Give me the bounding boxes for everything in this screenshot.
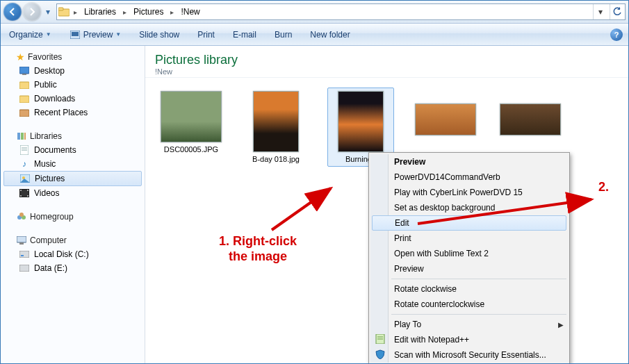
ctx-item-label: Preview bbox=[394, 157, 425, 167]
sidebar-item-documents[interactable]: Documents bbox=[3, 143, 145, 157]
chevron-right-icon[interactable]: ▸ bbox=[72, 8, 79, 16]
email-button[interactable]: E-mail bbox=[230, 28, 259, 41]
organize-button[interactable]: Organize▼ bbox=[6, 28, 54, 41]
libraries-group: Libraries Documents ♪Music Pictures Vide… bbox=[3, 129, 145, 200]
computer-header[interactable]: Computer bbox=[3, 233, 145, 247]
file-item[interactable] bbox=[412, 100, 479, 139]
ctx-rotate-ccw[interactable]: Rotate counterclockwise bbox=[370, 297, 568, 312]
folder-icon bbox=[58, 6, 70, 17]
libraries-header[interactable]: Libraries bbox=[3, 129, 145, 143]
nav-buttons: ▾ bbox=[3, 3, 54, 21]
ctx-edit[interactable]: Edit bbox=[372, 215, 566, 231]
ctx-open-sublime[interactable]: Open with Sublime Text 2 bbox=[370, 246, 568, 261]
print-label: Print bbox=[197, 30, 215, 40]
thumbnail-image bbox=[161, 91, 222, 142]
ctx-item-label: PowerDVD14CommandVerb bbox=[394, 172, 500, 182]
svg-rect-19 bbox=[20, 195, 22, 197]
folder-icon bbox=[19, 79, 30, 90]
svg-rect-4 bbox=[19, 67, 29, 74]
ctx-item-label: Play with CyberLink PowerDVD 15 bbox=[394, 188, 523, 197]
ctx-powerdvd14[interactable]: PowerDVD14CommandVerb bbox=[370, 169, 568, 185]
videos-icon bbox=[19, 188, 30, 199]
svg-rect-20 bbox=[27, 190, 28, 191]
sidebar-item-downloads[interactable]: Downloads bbox=[3, 92, 145, 106]
breadcrumb-new[interactable]: !New bbox=[178, 4, 202, 19]
nav-history-dropdown[interactable]: ▾ bbox=[42, 5, 54, 19]
libraries-label: Libraries bbox=[30, 131, 62, 141]
sidebar-item-recent[interactable]: Recent Places bbox=[3, 106, 145, 119]
file-item[interactable]: B-day 018.jpg bbox=[243, 88, 309, 167]
svg-rect-21 bbox=[27, 195, 28, 197]
ctx-item-label: Play To bbox=[394, 320, 421, 329]
navigation-pane: ★Favorites Desktop Public Downloads Rece… bbox=[1, 46, 145, 363]
documents-icon bbox=[19, 144, 30, 156]
favorites-group: ★Favorites Desktop Public Downloads Rece… bbox=[3, 50, 145, 119]
star-icon: ★ bbox=[16, 51, 25, 63]
command-bar: Organize▼ Preview▼ Slide show Print E-ma… bbox=[1, 24, 628, 46]
computer-group: Computer Local Disk (C:) Data (E:) bbox=[3, 233, 145, 275]
slideshow-button[interactable]: Slide show bbox=[136, 28, 182, 41]
ctx-preview[interactable]: Preview bbox=[370, 154, 568, 169]
breadcrumb-libraries[interactable]: Libraries bbox=[81, 4, 119, 19]
thumbnail-image bbox=[500, 104, 561, 135]
address-bar-row: ▾ ▸ Libraries ▸ Pictures ▸ !New ▾ bbox=[1, 1, 628, 24]
sidebar-item-public[interactable]: Public bbox=[3, 78, 145, 92]
ctx-item-label: Rotate clockwise bbox=[394, 284, 457, 294]
sidebar-item-pictures[interactable]: Pictures bbox=[3, 171, 142, 186]
sidebar-item-label: Videos bbox=[34, 188, 59, 198]
notepad-icon bbox=[374, 334, 386, 346]
email-label: E-mail bbox=[233, 30, 256, 40]
ctx-powerdvd15[interactable]: Play with CyberLink PowerDVD 15 bbox=[370, 185, 568, 200]
ctx-separator bbox=[391, 279, 566, 279]
svg-rect-1 bbox=[58, 8, 63, 10]
folder-icon bbox=[19, 93, 30, 104]
library-title: Pictures library bbox=[155, 53, 619, 67]
sidebar-item-drive-e[interactable]: Data (E:) bbox=[3, 261, 145, 275]
preview-label: Preview bbox=[83, 30, 113, 40]
drive-icon bbox=[19, 249, 30, 260]
favorites-header[interactable]: ★Favorites bbox=[3, 50, 145, 64]
ctx-scan-mse[interactable]: Scan with Microsoft Security Essentials.… bbox=[370, 347, 568, 363]
sidebar-item-desktop[interactable]: Desktop bbox=[3, 64, 145, 78]
chevron-right-icon[interactable]: ▸ bbox=[122, 8, 128, 16]
ctx-separator bbox=[391, 314, 566, 315]
address-dropdown[interactable]: ▾ bbox=[593, 4, 607, 19]
sidebar-item-videos[interactable]: Videos bbox=[3, 186, 145, 200]
sidebar-item-music[interactable]: ♪Music bbox=[3, 157, 145, 171]
sidebar-item-label: Recent Places bbox=[34, 108, 88, 117]
ctx-edit-notepadpp[interactable]: Edit with Notepad++ bbox=[370, 332, 568, 347]
burn-button[interactable]: Burn bbox=[272, 28, 295, 41]
preview-button[interactable]: Preview▼ bbox=[67, 28, 124, 42]
file-item[interactable] bbox=[497, 100, 564, 139]
address-bar[interactable]: ▸ Libraries ▸ Pictures ▸ !New ▾ bbox=[56, 3, 626, 20]
forward-button[interactable] bbox=[23, 3, 41, 21]
print-button[interactable]: Print bbox=[195, 28, 218, 41]
back-button[interactable] bbox=[3, 3, 22, 21]
sidebar-item-label: Public bbox=[34, 80, 57, 90]
ctx-print[interactable]: Print bbox=[370, 231, 568, 246]
ctx-set-background[interactable]: Set as desktop background bbox=[370, 200, 568, 215]
sidebar-item-drive-c[interactable]: Local Disk (C:) bbox=[3, 247, 145, 261]
newfolder-button[interactable]: New folder bbox=[307, 28, 352, 41]
ctx-preview2[interactable]: Preview bbox=[370, 261, 568, 276]
burn-label: Burn bbox=[275, 30, 292, 40]
ctx-item-label: Rotate counterclockwise bbox=[394, 299, 484, 309]
file-item[interactable]: DSC00005.JPG bbox=[158, 88, 224, 157]
svg-rect-6 bbox=[19, 82, 29, 89]
ctx-rotate-cw[interactable]: Rotate clockwise bbox=[370, 281, 568, 297]
desktop-icon bbox=[19, 65, 30, 76]
svg-rect-18 bbox=[20, 190, 22, 191]
refresh-button[interactable] bbox=[610, 4, 623, 19]
breadcrumb-pictures[interactable]: Pictures bbox=[131, 4, 166, 19]
svg-rect-3 bbox=[72, 32, 79, 36]
chevron-right-icon[interactable]: ▸ bbox=[169, 8, 175, 16]
ctx-item-label: Open with Sublime Text 2 bbox=[394, 249, 489, 258]
homegroup-header[interactable]: Homegroup bbox=[3, 210, 145, 224]
slideshow-label: Slide show bbox=[139, 30, 179, 40]
ctx-play-to[interactable]: Play To▶ bbox=[370, 317, 568, 332]
preview-icon bbox=[70, 29, 81, 40]
svg-rect-29 bbox=[19, 265, 29, 272]
drive-icon bbox=[19, 263, 30, 274]
help-button[interactable]: ? bbox=[610, 28, 623, 41]
favorites-label: Favorites bbox=[28, 52, 62, 62]
